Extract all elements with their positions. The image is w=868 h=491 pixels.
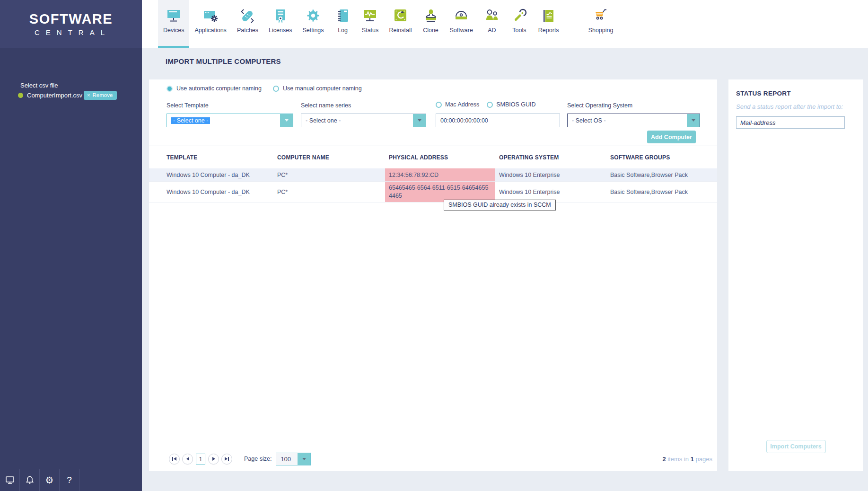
dropdown-arrow-button[interactable]: [413, 114, 426, 127]
items-count-summary: 2 items in 1 pages: [662, 456, 712, 463]
radio-automatic-naming[interactable]: [167, 86, 173, 92]
physical-address-value: 12:34:56:78:92:CD: [389, 172, 438, 178]
last-page-button[interactable]: [221, 454, 232, 465]
status-report-panel: STATUS REPORT Send a status report after…: [728, 79, 863, 471]
nav-item-status[interactable]: Status: [357, 0, 384, 48]
import-computers-panel: Use automatic computer naming Use manual…: [149, 79, 717, 471]
operating-system-cell: Windows 10 Enterprise: [495, 182, 606, 202]
logo-line1: SOFTWARE: [29, 11, 113, 27]
nav-item-reports[interactable]: Reports: [533, 0, 564, 48]
name-series-select-value: - Select one -: [301, 117, 413, 124]
dropdown-arrow-button[interactable]: [687, 114, 700, 127]
radio-mac-address[interactable]: [436, 102, 442, 108]
table-row[interactable]: Windows 10 Computer - da_DK PC* 65465465…: [149, 182, 717, 202]
os-select[interactable]: - Select OS -: [567, 114, 700, 127]
address-type-radios: Mac Address SMBIOS GUID: [436, 101, 536, 108]
nav-item-software[interactable]: Software: [445, 0, 478, 48]
radio-manual-naming[interactable]: [273, 86, 279, 92]
physical-address-value: 65465465-6564-6511-6515-646546554465: [389, 184, 495, 200]
clone-stamp-icon: [422, 8, 439, 24]
col-header-physical-address: PHYSICAL ADDRESS: [385, 146, 495, 168]
add-computer-button[interactable]: Add Computer: [647, 131, 696, 143]
remove-file-button[interactable]: × Remove: [84, 91, 117, 100]
pagination-bar: 1 Page size: 100 2 items in 1 pages: [149, 447, 717, 471]
licenses-icon: [272, 8, 289, 24]
nav-item-tools[interactable]: Tools: [506, 0, 533, 48]
nav-item-ad[interactable]: AD: [478, 0, 506, 48]
nav-label: Applications: [194, 27, 226, 34]
template-select-value: - Select one -: [171, 117, 210, 124]
col-header-operating-system: OPERATING SYSTEM: [495, 146, 606, 168]
mail-address-input[interactable]: [736, 116, 845, 129]
template-label: Select Template: [167, 102, 209, 109]
gear-icon: ⚙: [45, 475, 54, 485]
logo-line2: CENTRAL: [31, 28, 111, 36]
chevron-down-icon: [285, 119, 289, 122]
page-title: IMPORT MULTIPLE COMPUTERS: [166, 57, 281, 65]
nav-item-shopping[interactable]: Shopping: [583, 0, 619, 48]
nav-item-clone[interactable]: Clone: [417, 0, 445, 48]
ad-users-icon: [483, 8, 500, 24]
nav-item-log[interactable]: Log: [329, 0, 357, 48]
os-label: Select Operating System: [567, 102, 632, 109]
physical-address-cell: 65465465-6564-6511-6515-646546554465: [385, 182, 495, 202]
mac-address-label: Mac Address: [445, 101, 479, 108]
settings-button[interactable]: ⚙: [40, 469, 60, 491]
nav-label: Patches: [237, 27, 258, 34]
status-monitor-icon: [362, 8, 379, 24]
import-computers-button[interactable]: Import Computers: [766, 440, 826, 453]
current-page-indicator[interactable]: 1: [196, 454, 205, 465]
nav-item-settings[interactable]: Settings: [297, 0, 329, 48]
radio-automatic-naming-label: Use automatic computer naming: [176, 85, 262, 92]
computers-table: TEMPLATE COMPUTER NAME PHYSICAL ADDRESS …: [149, 146, 717, 202]
table-row[interactable]: Windows 10 Computer - da_DK PC* 12:34:56…: [149, 168, 717, 182]
template-cell: Windows 10 Computer - da_DK: [163, 168, 273, 181]
help-button[interactable]: ?: [60, 469, 79, 491]
template-cell: Windows 10 Computer - da_DK: [163, 182, 273, 202]
pages-text: pages: [694, 456, 712, 463]
nav-item-applications[interactable]: Applications: [189, 0, 231, 48]
nav-label: Clone: [423, 27, 438, 34]
dropdown-arrow-button[interactable]: [280, 114, 293, 127]
nav-label: Reports: [538, 27, 559, 34]
operating-system-cell: Windows 10 Enterprise: [495, 168, 606, 181]
page-size-select[interactable]: 100: [276, 453, 311, 465]
template-select[interactable]: - Select one -: [167, 114, 293, 127]
radio-manual-naming-label: Use manual computer naming: [283, 85, 362, 92]
dropdown-arrow-button[interactable]: [298, 453, 310, 465]
main-nav: Devices Applications: [142, 0, 868, 48]
nav-label: Reinstall: [389, 27, 412, 34]
nav-item-licenses[interactable]: Licenses: [263, 0, 297, 48]
notifications-button[interactable]: [20, 469, 40, 491]
csv-file-name: ComputerImport.csv: [27, 92, 82, 99]
nav-item-patches[interactable]: Patches: [232, 0, 263, 48]
nav-item-devices[interactable]: Devices: [158, 0, 189, 48]
previous-page-button[interactable]: [182, 454, 193, 465]
pages-count: 1: [691, 456, 694, 463]
remote-desktop-button[interactable]: [0, 469, 20, 491]
items-text: items in: [666, 456, 691, 463]
settings-gear-icon: [305, 8, 322, 24]
csv-file-row: ComputerImport.csv × Remove: [18, 91, 117, 100]
nav-label: Software: [450, 27, 473, 34]
status-report-subtitle: Send a status report after the import to…: [736, 103, 843, 110]
select-csv-file-label: Select csv file: [20, 82, 58, 89]
chevron-down-icon: [692, 119, 695, 122]
smbios-guid-input[interactable]: [436, 114, 560, 127]
reinstall-icon: [392, 8, 409, 24]
table-header-row: TEMPLATE COMPUTER NAME PHYSICAL ADDRESS …: [149, 146, 717, 168]
next-page-button[interactable]: [208, 454, 219, 465]
sidebar: SOFTWARE CENTRAL Select csv file Compute…: [0, 0, 142, 491]
chevron-down-icon: [418, 119, 421, 122]
page-size-value: 100: [276, 456, 298, 463]
naming-mode-radios: Use automatic computer naming Use manual…: [167, 85, 362, 92]
shopping-cart-icon: [592, 8, 609, 24]
radio-smbios-guid[interactable]: [487, 102, 493, 108]
nav-label: AD: [488, 27, 496, 34]
nav-item-reinstall[interactable]: Reinstall: [384, 0, 417, 48]
name-series-select[interactable]: - Select one -: [301, 114, 426, 127]
first-page-button[interactable]: [169, 454, 180, 465]
computer-name-cell: PC*: [273, 182, 385, 202]
col-header-software-groups: SOFTWARE GROUPS: [606, 146, 717, 168]
question-mark-icon: ?: [67, 475, 72, 485]
